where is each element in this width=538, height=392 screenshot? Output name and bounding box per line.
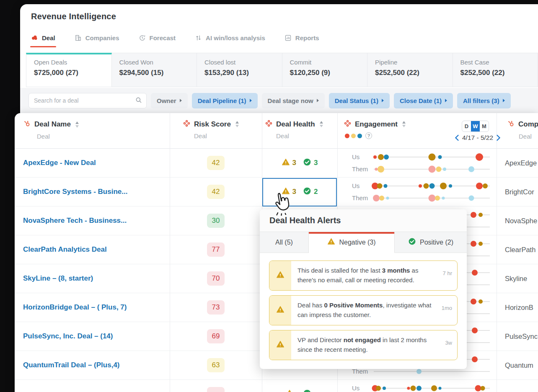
sort-icon[interactable] bbox=[320, 121, 323, 127]
search-input[interactable] bbox=[28, 93, 147, 108]
engagement-dot[interactable] bbox=[383, 387, 386, 390]
engagement-dot[interactable] bbox=[383, 184, 387, 188]
tab-companies[interactable]: Companies bbox=[75, 34, 119, 47]
summary-card-closed-won[interactable]: Closed Won $294,500 (15) bbox=[112, 53, 197, 87]
engagement-dot[interactable] bbox=[416, 369, 422, 374]
risk-score-badge: 73 bbox=[207, 300, 225, 315]
engagement-dot[interactable] bbox=[443, 168, 446, 171]
alert-card[interactable]: VP and Director not engaged in last 2 mo… bbox=[269, 330, 458, 360]
popup-tab-positive[interactable]: Positive (2) bbox=[395, 232, 467, 253]
filter-close-date[interactable]: Close Date (1) bbox=[394, 93, 453, 108]
help-icon[interactable]: ? bbox=[365, 132, 372, 139]
summary-card-open-deals[interactable]: Open Deals $725,000 (27) bbox=[26, 53, 112, 87]
date-range-label: 4/17 - 5/22 bbox=[462, 134, 493, 142]
engagement-dot[interactable] bbox=[476, 153, 483, 161]
engagement-dot[interactable] bbox=[416, 386, 422, 391]
chevron-left-icon[interactable] bbox=[455, 134, 459, 141]
engagement-dot[interactable] bbox=[428, 194, 435, 201]
engagement-dot[interactable] bbox=[436, 166, 442, 172]
column-header-companies[interactable]: Comp Deal bbox=[507, 120, 538, 140]
deal-name-link[interactable]: NovaSphere Tech - Business... bbox=[23, 217, 127, 225]
engagement-dot[interactable] bbox=[468, 166, 474, 172]
filter-deal-stage[interactable]: Deal stage now bbox=[262, 93, 325, 108]
engagement-dot[interactable] bbox=[479, 213, 483, 217]
alert-card[interactable]: Deal has 0 Positive Moments, investigate… bbox=[269, 295, 458, 325]
tab-reports[interactable]: Reports bbox=[285, 34, 319, 47]
filter-deal-pipeline[interactable]: Deal Pipeline (1) bbox=[192, 93, 258, 108]
summary-card-pipeline[interactable]: Pipeline $252,500 (22) bbox=[367, 53, 453, 87]
engagement-dot[interactable] bbox=[379, 196, 384, 201]
column-subtitle: Deal bbox=[37, 133, 79, 140]
deal-summary-cards: Open Deals $725,000 (27) Closed Won $294… bbox=[26, 53, 538, 87]
deal-name-link[interactable]: SkyLine – (8, starter) bbox=[23, 274, 93, 283]
engagement-dot[interactable] bbox=[429, 183, 435, 188]
engagement-dot[interactable] bbox=[411, 385, 416, 391]
period-option-month[interactable]: M bbox=[480, 121, 489, 132]
popup-tab-all[interactable]: All (5) bbox=[260, 232, 309, 253]
engagement-dot[interactable] bbox=[431, 385, 437, 391]
popup-tab-negative[interactable]: Negative (3) bbox=[309, 232, 395, 253]
filter-owner[interactable]: Owner bbox=[151, 93, 188, 108]
engagement-dot[interactable] bbox=[428, 153, 435, 160]
engagement-dot[interactable] bbox=[407, 387, 410, 389]
tab-ai-winloss[interactable]: AI win/loss analysis bbox=[195, 34, 265, 47]
deal-name-link[interactable]: QuantumTrail Deal – (Plus,4) bbox=[23, 361, 120, 369]
engagement-dot[interactable] bbox=[378, 166, 384, 173]
company-cell: BrightCor bbox=[497, 178, 538, 206]
engagement-dot[interactable] bbox=[384, 155, 389, 160]
engagement-dot[interactable] bbox=[440, 183, 447, 189]
period-option-week[interactable]: W bbox=[471, 121, 480, 132]
deal-health-cell[interactable]: 33 bbox=[262, 149, 337, 177]
engagement-dot[interactable] bbox=[386, 196, 389, 199]
summary-card-commit[interactable]: Commit $120,250 (9) bbox=[282, 53, 368, 87]
risk-score-badge: 42 bbox=[207, 185, 225, 199]
engagement-dot[interactable] bbox=[472, 328, 478, 333]
engagement-dot[interactable] bbox=[442, 196, 445, 199]
engagement-dot[interactable] bbox=[472, 270, 478, 276]
engagement-dot[interactable] bbox=[423, 183, 429, 188]
filter-deal-status[interactable]: Deal Status (1) bbox=[329, 93, 390, 108]
engagement-dot[interactable] bbox=[449, 184, 452, 188]
filter-all-filters[interactable]: All filters (3) bbox=[457, 93, 511, 108]
column-header-risk-score[interactable]: Risk Score Deal bbox=[183, 120, 239, 139]
engagement-dot[interactable] bbox=[435, 196, 440, 201]
engagement-dot[interactable] bbox=[378, 154, 384, 160]
engagement-dot[interactable] bbox=[373, 195, 380, 201]
engagement-dot[interactable] bbox=[419, 184, 422, 188]
deal-health-cell[interactable] bbox=[262, 380, 337, 392]
deal-name-link[interactable]: PulseSync, Inc. Deal – (14) bbox=[23, 332, 113, 340]
engagement-dot[interactable] bbox=[373, 155, 377, 159]
engagement-dot[interactable] bbox=[471, 212, 476, 218]
column-header-deal-name[interactable]: Deal Name Deal bbox=[23, 120, 79, 140]
engagement-dot[interactable] bbox=[476, 183, 483, 189]
sort-icon[interactable] bbox=[402, 121, 406, 127]
deal-name-link[interactable]: ClearPath Analytics Deal bbox=[23, 245, 107, 254]
engagement-dot[interactable] bbox=[471, 299, 476, 304]
column-header-deal-health[interactable]: Deal Health Deal bbox=[265, 120, 323, 139]
engagement-dot[interactable] bbox=[377, 183, 382, 188]
engagement-dot[interactable] bbox=[376, 386, 381, 391]
summary-card-closed-lost[interactable]: Closed lost $153,290 (13) bbox=[197, 53, 282, 87]
engagement-dot[interactable] bbox=[428, 165, 435, 173]
alert-card[interactable]: This deal is stalled for the last 3 mont… bbox=[269, 260, 458, 291]
engagement-dot[interactable] bbox=[472, 356, 478, 362]
tab-deal[interactable]: Deal bbox=[31, 34, 55, 47]
summary-card-best-case[interactable]: Best Case $252,500 (22) bbox=[453, 53, 538, 87]
engagement-dot[interactable] bbox=[471, 241, 476, 247]
engagement-dot[interactable] bbox=[483, 183, 488, 188]
engagement-dot[interactable] bbox=[481, 386, 485, 390]
chevron-right-icon[interactable] bbox=[496, 134, 501, 141]
engagement-dot[interactable] bbox=[438, 155, 442, 159]
engagement-dot[interactable] bbox=[479, 242, 483, 246]
sort-icon[interactable] bbox=[75, 121, 79, 128]
column-header-engagement[interactable]: Engagement ? bbox=[344, 120, 406, 139]
engagement-dot[interactable] bbox=[479, 299, 483, 304]
deal-name-link[interactable]: BrightCore Systems - Busine... bbox=[23, 188, 127, 196]
deal-name-link[interactable]: HorizonBridge Deal – ( Plus, 7) bbox=[23, 303, 127, 312]
sort-icon[interactable] bbox=[235, 121, 239, 127]
deal-name-link[interactable]: ApexEdge - New Deal bbox=[23, 159, 96, 167]
engagement-dot[interactable] bbox=[468, 195, 474, 201]
engagement-dot[interactable] bbox=[438, 387, 441, 389]
tab-forecast[interactable]: Forecast bbox=[139, 34, 176, 47]
period-option-day[interactable]: D bbox=[462, 121, 471, 132]
